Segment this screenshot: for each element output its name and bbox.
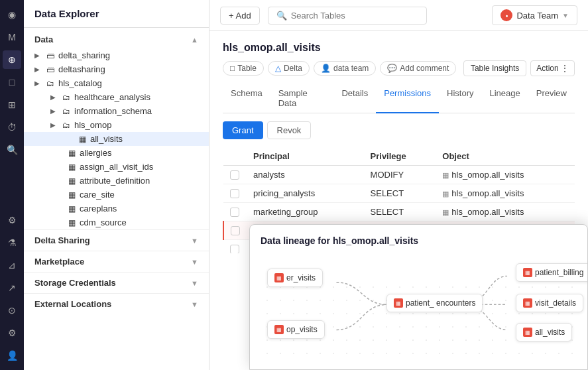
delta-sharing-chevron: ▼ (191, 237, 198, 245)
comment-icon: 💬 (387, 64, 397, 73)
tab-details[interactable]: Details (333, 84, 376, 113)
tree-item-attribute-definition[interactable]: ▦ attribute_definition (24, 174, 209, 188)
table-tag-label: Table (237, 64, 257, 73)
attribute-icon: ▦ (66, 176, 77, 186)
row-checkbox[interactable] (230, 208, 239, 217)
data-team-icon-text: ● (505, 13, 508, 18)
tree-label-healthcare: healthcare_analysis (74, 92, 198, 102)
tree-item-cdm-source[interactable]: ▦ cdm_source (24, 216, 209, 229)
tree-item-care-site[interactable]: ▦ care_site (24, 188, 209, 202)
data-team-tag[interactable]: 👤 data team (314, 61, 376, 76)
nav-icon-clock[interactable]: ⏱ (3, 118, 21, 137)
nav-icon-explore[interactable]: ⊕ (3, 50, 21, 69)
nav-icon-gear1[interactable]: ⚙ (3, 211, 21, 229)
marketplace-section[interactable]: Marketplace ▼ (24, 251, 209, 272)
tab-history[interactable]: History (439, 84, 481, 113)
lineage-node-visit-details[interactable]: ▦ visit_details (516, 294, 583, 312)
lineage-canvas: ▦ er_visits ▦ op_visits ▦ patient_ encou… (261, 254, 577, 360)
storage-credentials-section[interactable]: Storage Credentials ▼ (24, 272, 209, 293)
sidebar: Data Explorer Data ▲ ▶ 🗃 delta_sharing ▶… (24, 0, 209, 370)
external-locations-section[interactable]: External Locations ▼ (24, 293, 209, 314)
lineage-node-patient-encounters[interactable]: ▦ patient_ encounters (386, 294, 483, 312)
nav-icon-delta[interactable]: ⊿ (3, 256, 21, 275)
storage-credentials-chevron: ▼ (191, 279, 198, 287)
lineage-popup: Data lineage for hls_omop.all_visits ▦ e… (249, 224, 588, 370)
nav-icon-user[interactable]: 👤 (3, 346, 21, 365)
data-section-chevron[interactable]: ▲ (191, 36, 198, 44)
th-principal: Principal (247, 147, 364, 166)
add-comment-tag[interactable]: 💬 Add comment (380, 61, 456, 76)
data-team-label: Data Team (516, 11, 558, 21)
row-checkbox[interactable] (230, 245, 239, 254)
nav-icon-search[interactable]: 🔍 (3, 141, 21, 159)
nav-icon-gear2[interactable]: ⚙ (3, 324, 21, 342)
principal-cell: pricing_analysts (247, 184, 364, 203)
data-section-header[interactable]: Data ▲ (24, 28, 209, 48)
delta-tag-label: Delta (284, 64, 302, 73)
tab-schema[interactable]: Schema (223, 84, 270, 113)
object-cell: ▦hls_omop.all_visits (436, 184, 575, 203)
lineage-popup-title: Data lineage for hls_omop.all_visits (261, 235, 577, 246)
all-visits-table-icon: ▦ (77, 135, 88, 144)
tree-item-healthcare-analysis[interactable]: ▶ 🗂 healthcare_analysis (24, 90, 209, 104)
revoke-button[interactable]: Revok (267, 121, 312, 139)
row-checkbox[interactable] (230, 189, 239, 198)
nav-icon-m[interactable]: M (3, 28, 21, 46)
lineage-node-op-visits[interactable]: ▦ op_visits (267, 320, 325, 339)
tree-item-hls-omop[interactable]: ▶ 🗂 hls_omop (24, 118, 209, 132)
nav-icon-circle[interactable]: ⊙ (3, 301, 21, 320)
action-bar: □ Table △ Delta 👤 data team 💬 Add commen… (223, 60, 575, 76)
external-locations-chevron: ▼ (191, 300, 198, 308)
lineage-node-er-visits[interactable]: ▦ er_visits (267, 269, 323, 287)
action-dots-button[interactable]: Action ⋮ (530, 60, 575, 76)
delta-sharing-section[interactable]: Delta Sharing ▼ (24, 229, 209, 251)
search-input[interactable] (291, 11, 418, 21)
tree-item-hls-catalog[interactable]: ▶ 🗂 hls_catalog (24, 76, 209, 90)
grant-button[interactable]: Grant (223, 121, 263, 139)
row-checkbox[interactable] (230, 170, 239, 180)
nav-icon-logo[interactable]: ◉ (3, 5, 21, 24)
main-content: + Add 🔍 ● Data Team ▼ hls_omop.all_visit… (209, 0, 588, 370)
tree-item-assign-all-visit-ids[interactable]: ▦ assign_all_visit_ids (24, 160, 209, 174)
nav-icon-grid[interactable]: ⊞ (3, 95, 21, 114)
allergies-icon: ▦ (66, 149, 77, 158)
privilege-cell: SELECT (364, 203, 436, 221)
tree-arrow: ▶ (50, 121, 58, 129)
principal-cell: analysts (247, 166, 364, 184)
table-insights-button[interactable]: Table Insights (463, 60, 526, 76)
info-schema-icon: 🗂 (61, 107, 72, 116)
deltasharing-icon: 🗃 (45, 65, 56, 74)
marketplace-label: Marketplace (34, 257, 84, 267)
tree-item-delta-sharing[interactable]: ▶ 🗃 delta_sharing (24, 48, 209, 62)
delta-tag[interactable]: △ Delta (268, 61, 310, 76)
nav-icon-files[interactable]: □ (3, 73, 21, 92)
er-visits-label: er_visits (286, 273, 316, 282)
tree-item-deltasharing[interactable]: ▶ 🗃 deltasharing (24, 62, 209, 76)
nav-icon-beaker[interactable]: ⚗ (3, 233, 21, 252)
tree-item-allergies[interactable]: ▦ allergies (24, 146, 209, 160)
tree-item-all-visits[interactable]: ▦ all_visits (24, 132, 209, 146)
add-comment-label: Add comment (400, 64, 449, 73)
tree-label-all-visits: all_visits (90, 134, 198, 144)
principal-cell: marketing_group (247, 203, 364, 221)
nav-icon-arrow[interactable]: ↗ (3, 278, 21, 297)
row-checkbox[interactable] (231, 226, 240, 235)
tab-preview[interactable]: Preview (528, 84, 575, 113)
tree-label-cdm-source: cdm_source (80, 217, 198, 227)
visit-details-icon: ▦ (523, 298, 532, 308)
data-team-button[interactable]: ● Data Team ▼ (492, 5, 577, 25)
assign-icon: ▦ (66, 162, 77, 172)
tab-sample-data[interactable]: Sample Data (270, 84, 334, 113)
grant-revoke-bar: Grant Revok (223, 121, 575, 139)
tree-item-information-schema[interactable]: ▶ 🗂 information_schema (24, 104, 209, 118)
table-row: analysts MODIFY ▦hls_omop.all_visits (223, 166, 575, 184)
lineage-node-patient-billing[interactable]: ▦ patient_billing (516, 263, 588, 282)
tab-lineage[interactable]: Lineage (481, 84, 528, 113)
add-button[interactable]: + Add (220, 7, 260, 25)
object-cell: ▦hls_omop.all_visits (436, 166, 575, 184)
tree-item-careplans[interactable]: ▦ careplans (24, 202, 209, 216)
table-tag[interactable]: □ Table (223, 61, 264, 76)
lineage-node-all-visits[interactable]: ▦ all_visits (516, 323, 572, 341)
op-visits-label: op_visits (286, 325, 318, 334)
tab-permissions[interactable]: Permissions (376, 84, 439, 113)
